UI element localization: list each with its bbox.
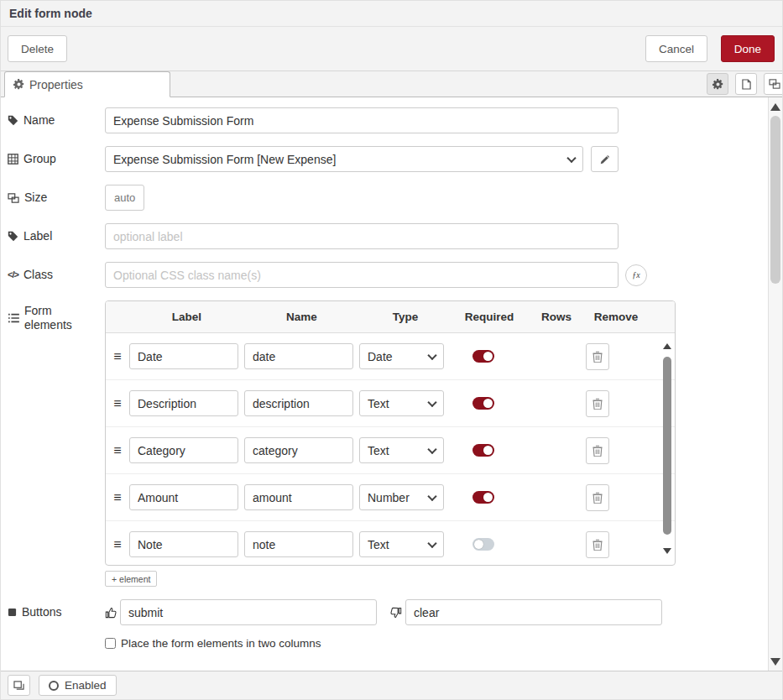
element-type-select[interactable]: Text	[359, 437, 444, 463]
buttons-inputs	[105, 599, 662, 625]
drag-handle-icon[interactable]: ≡	[106, 443, 129, 458]
drag-handle-icon[interactable]: ≡	[106, 349, 129, 364]
remove-element-button[interactable]	[586, 484, 609, 511]
thumbs-up-icon	[105, 607, 117, 619]
scroll-up-arrow-icon[interactable]	[661, 340, 673, 352]
form-elements-table: Label Name Type Required Rows Remove ≡	[105, 300, 676, 566]
pencil-icon	[600, 154, 610, 165]
two-columns-checkbox[interactable]	[105, 638, 116, 649]
enabled-label: Enabled	[65, 679, 107, 692]
element-label-input[interactable]	[129, 437, 238, 463]
scroll-down-arrow-icon[interactable]	[661, 545, 673, 556]
object-group-icon	[769, 79, 780, 89]
label-input[interactable]	[105, 223, 619, 249]
required-toggle[interactable]	[472, 491, 494, 504]
remove-element-button[interactable]	[586, 390, 609, 417]
form-elements-table-header: Label Name Type Required Rows Remove	[106, 301, 675, 333]
node-description-button[interactable]	[735, 73, 757, 95]
element-label-input[interactable]	[129, 484, 238, 510]
panel-scrollbar-thumb[interactable]	[770, 116, 780, 284]
remove-element-button[interactable]	[586, 531, 609, 558]
node-scope-button[interactable]	[8, 675, 30, 696]
element-type-select[interactable]: Number	[359, 484, 444, 510]
drag-handle-icon[interactable]: ≡	[106, 490, 129, 505]
edit-form-node-dialog: Edit form node Delete Cancel Done Proper…	[0, 0, 783, 700]
panel-scrollbar[interactable]	[768, 97, 782, 672]
element-name-input[interactable]	[244, 343, 353, 369]
group-label: Group	[8, 152, 105, 166]
buttons-row: Buttons	[8, 599, 768, 625]
drag-handle-icon[interactable]: ≡	[106, 396, 129, 411]
form-element-row: ≡ Text	[106, 427, 675, 474]
required-toggle[interactable]	[472, 350, 494, 363]
delete-button[interactable]: Delete	[8, 35, 67, 62]
node-appearance-button[interactable]	[764, 73, 783, 95]
done-button[interactable]: Done	[721, 35, 775, 62]
node-settings-button[interactable]	[707, 73, 728, 95]
required-toggle[interactable]	[472, 538, 494, 551]
table-icon	[8, 154, 18, 165]
scroll-down-arrow-icon[interactable]	[769, 654, 782, 669]
node-enabled-toggle[interactable]: Enabled	[39, 675, 117, 696]
edit-group-button[interactable]	[591, 146, 619, 172]
element-label-input[interactable]	[129, 531, 238, 557]
col-header-required: Required	[452, 311, 527, 323]
class-helper-button[interactable]: ƒx	[625, 264, 647, 286]
object-group-icon	[8, 193, 19, 203]
tab-properties[interactable]: Properties	[4, 71, 170, 97]
trash-icon	[592, 445, 603, 457]
remove-element-button[interactable]	[586, 343, 609, 370]
required-toggle[interactable]	[472, 397, 494, 410]
dialog-title: Edit form node	[9, 7, 92, 20]
form-element-row: ≡ Number	[106, 474, 675, 521]
col-header-name: Name	[244, 311, 359, 323]
element-name-input[interactable]	[244, 390, 353, 416]
trash-icon	[592, 398, 603, 410]
form-elements-label: Form elements	[8, 300, 105, 332]
element-type-select[interactable]: Date	[359, 343, 444, 369]
submit-button-label-input[interactable]	[120, 599, 377, 625]
trash-icon	[592, 539, 603, 551]
element-label-input[interactable]	[129, 343, 238, 369]
code-icon: </>	[8, 268, 18, 282]
list-scrollbar-thumb[interactable]	[663, 357, 671, 535]
element-type-select[interactable]: Text	[359, 390, 444, 416]
add-element-button[interactable]: + element	[105, 571, 157, 587]
toggle-knob	[483, 446, 493, 455]
name-row: Name	[8, 107, 768, 133]
size-auto-button[interactable]: auto	[105, 185, 144, 211]
scroll-up-arrow-icon[interactable]	[769, 99, 782, 114]
col-header-label: Label	[129, 311, 244, 323]
form-element-row: ≡ Date	[106, 333, 675, 380]
form-element-row: ≡ Text	[106, 380, 675, 427]
tab-bar: Properties	[1, 71, 782, 97]
class-input[interactable]	[105, 262, 619, 288]
clear-button-label-input[interactable]	[405, 599, 662, 625]
size-label: Size	[8, 191, 105, 205]
list-icon	[8, 313, 19, 323]
trash-icon	[592, 492, 603, 504]
square-icon	[8, 608, 17, 617]
required-toggle[interactable]	[472, 444, 494, 457]
fx-icon: ƒx	[632, 270, 639, 279]
element-name-input[interactable]	[244, 437, 353, 463]
two-columns-label[interactable]: Place the form elements in two columns	[121, 637, 321, 650]
layers-icon	[13, 681, 24, 691]
element-label-input[interactable]	[129, 390, 238, 416]
list-scrollbar[interactable]	[661, 335, 673, 562]
dialog-header: Edit form node	[1, 1, 782, 27]
name-label: Name	[8, 113, 105, 128]
tag-icon	[8, 115, 18, 126]
element-name-input[interactable]	[244, 484, 353, 510]
cancel-button[interactable]: Cancel	[645, 35, 707, 62]
size-row: Size auto	[8, 185, 768, 211]
element-type-select[interactable]: Text	[359, 531, 444, 557]
group-select[interactable]: Expense Submission Form [New Expense]	[105, 146, 583, 172]
drag-handle-icon[interactable]: ≡	[106, 537, 129, 552]
name-input[interactable]	[105, 107, 619, 133]
element-name-input[interactable]	[244, 531, 353, 557]
circle-icon	[49, 681, 59, 691]
tab-properties-label: Properties	[29, 78, 83, 91]
two-columns-row: Place the form elements in two columns	[105, 637, 768, 650]
remove-element-button[interactable]	[586, 437, 609, 464]
